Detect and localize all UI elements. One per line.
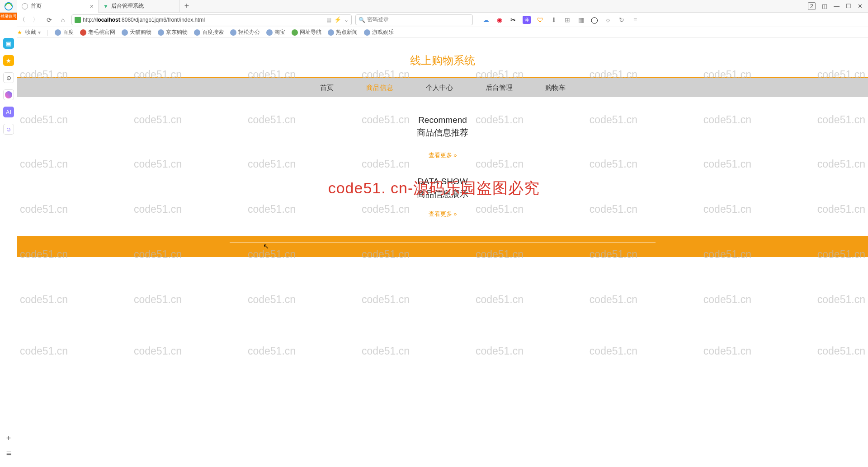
back-button[interactable]: 〈 [17, 16, 27, 24]
weibo-icon[interactable]: ◉ [495, 16, 504, 24]
section-title-en: Recommend [17, 115, 868, 125]
page-content: 线上购物系统 首页 商品信息 个人中心 后台管理 购物车 Recommend 商… [17, 38, 868, 467]
bm-label: 百度搜索 [202, 28, 224, 36]
globe-icon [55, 29, 61, 36]
reload-button[interactable]: ⟳ [44, 16, 54, 23]
more-link[interactable]: 查看更多 [429, 151, 457, 159]
left-dock: 登录账号 ▣ ★ ⊙ AI ☺ + ≣ [0, 13, 17, 467]
scissors-icon[interactable]: ✂ [509, 16, 517, 24]
watermark: code51.cn [362, 345, 410, 357]
search-input[interactable]: 🔍 密码登录 [355, 14, 473, 25]
bm-label: 京东购物 [166, 28, 188, 36]
maximize-button[interactable]: ☐ [846, 3, 851, 9]
forward-button[interactable]: 〉 [31, 16, 41, 24]
bm-label: 网址导航 [300, 28, 321, 36]
bookmark-jd[interactable]: 京东购物 [158, 28, 188, 36]
restore-icon[interactable]: ↻ [618, 16, 626, 24]
watermark: code51.cn [20, 345, 68, 357]
watermark: code51.cn [248, 345, 296, 357]
browser-logo [0, 0, 17, 13]
section-title-en: DATA SHOW [17, 177, 868, 187]
section-title-cn: 商品信息展示 [17, 188, 868, 200]
tab-title: 首页 [31, 2, 42, 10]
qr-icon[interactable]: ▤ [326, 17, 331, 23]
flash-icon[interactable]: ⚡ [334, 16, 341, 23]
watermark: code51.cn [703, 294, 751, 306]
puzzle-icon[interactable]: ⊞ [563, 16, 571, 24]
tab-admin[interactable]: ▼ 后台管理系统 [99, 0, 180, 13]
bookmark-nav[interactable]: 网址导航 [292, 28, 321, 36]
menu-icon[interactable]: ≡ [631, 16, 639, 24]
url-host: localhost [96, 17, 120, 23]
dock-app-5[interactable]: AI [3, 107, 14, 117]
addr-right-icons: ▤ ⚡ ⌄ [326, 16, 349, 23]
url-scheme: http:// [83, 17, 96, 23]
address-bar[interactable]: http://localhost:8080/django1jqm6/front/… [71, 14, 352, 25]
globe-icon [364, 29, 370, 36]
login-badge[interactable]: 登录账号 [0, 13, 17, 20]
tab-home[interactable]: 首页 × [17, 0, 99, 13]
bookmark-baidu-search[interactable]: 百度搜索 [194, 28, 224, 36]
sun-icon[interactable]: ☼ [604, 16, 612, 24]
dock-app-1[interactable]: ▣ [3, 38, 14, 49]
section-title-cn: 商品信息推荐 [17, 127, 868, 139]
dock-app-6[interactable]: ☺ [3, 124, 14, 135]
watermark: code51.cn [817, 294, 865, 306]
section-recommend: Recommend 商品信息推荐 查看更多 [17, 97, 868, 164]
bm-label: 百度 [63, 28, 74, 36]
main-nav: 首页 商品信息 个人中心 后台管理 购物车 [17, 78, 868, 97]
nav-products[interactable]: 商品信息 [366, 84, 393, 92]
bm-label: 轻松办公 [238, 28, 260, 36]
bm-label: 天猫购物 [130, 28, 151, 36]
close-icon[interactable]: × [90, 3, 94, 10]
bookmark-news[interactable]: 热点新闻 [328, 28, 358, 36]
bookmark-baidu[interactable]: 百度 [55, 28, 74, 36]
dock-app-3[interactable]: ⊙ [3, 72, 14, 83]
globe-icon [292, 29, 298, 36]
bookmark-laomaotao[interactable]: 老毛桃官网 [80, 28, 115, 36]
home-button[interactable]: ⌂ [58, 16, 68, 23]
security-icon[interactable]: 🛡 [536, 16, 544, 24]
globe-icon [80, 29, 86, 36]
watermark: code51.cn [20, 294, 68, 306]
favorites-button[interactable]: ★收藏▾ [17, 28, 41, 36]
download-icon[interactable]: ⬇ [550, 16, 558, 24]
search-icon: 🔍 [359, 17, 365, 23]
bm-label: 老毛桃官网 [88, 28, 115, 36]
bookmark-tmall[interactable]: 天猫购物 [122, 28, 151, 36]
globe-icon [266, 29, 273, 36]
star-icon: ★ [17, 29, 24, 36]
tab-count-badge[interactable]: 2 [808, 2, 816, 10]
more-link[interactable]: 查看更多 [429, 210, 457, 218]
url-path: :8080/django1jqm6/front/index.html [120, 17, 205, 23]
bookmark-taobao[interactable]: 淘宝 [266, 28, 285, 36]
new-tab-button[interactable]: + [180, 0, 193, 13]
nav-admin[interactable]: 后台管理 [486, 84, 513, 92]
section-datashow: DATA SHOW 商品信息展示 查看更多 [17, 164, 868, 223]
cloud-icon[interactable]: ☁ [482, 16, 490, 24]
nav-profile[interactable]: 个人中心 [426, 84, 453, 92]
dock-app-4[interactable] [3, 89, 14, 100]
globe-icon [328, 29, 334, 36]
close-button[interactable]: ✕ [858, 3, 863, 9]
minimize-button[interactable]: — [834, 3, 840, 9]
tabs-container: 首页 × ▼ 后台管理系统 + [17, 0, 193, 13]
apps-icon[interactable]: ▦ [577, 16, 585, 24]
dock-add-button[interactable]: + [6, 434, 11, 443]
bm-label: 游戏娱乐 [372, 28, 394, 36]
vue-icon: ▼ [103, 3, 108, 9]
chevron-down-icon[interactable]: ⌄ [344, 17, 349, 23]
bookmark-games[interactable]: 游戏娱乐 [364, 28, 394, 36]
dock-menu-button[interactable]: ≣ [6, 449, 12, 458]
skin-icon[interactable]: ◫ [822, 3, 827, 9]
globe-icon [158, 29, 164, 36]
globe-icon [230, 29, 236, 36]
watermark: code51.cn [476, 294, 524, 306]
bookmark-office[interactable]: 轻松办公 [230, 28, 260, 36]
fav-label: 收藏 [25, 28, 36, 36]
chrome-icon[interactable]: ◯ [590, 16, 599, 24]
nav-cart[interactable]: 购物车 [545, 84, 566, 92]
dock-app-2[interactable]: ★ [3, 55, 14, 66]
translate-icon[interactable]: 译 [523, 16, 531, 24]
nav-home[interactable]: 首页 [320, 84, 334, 92]
